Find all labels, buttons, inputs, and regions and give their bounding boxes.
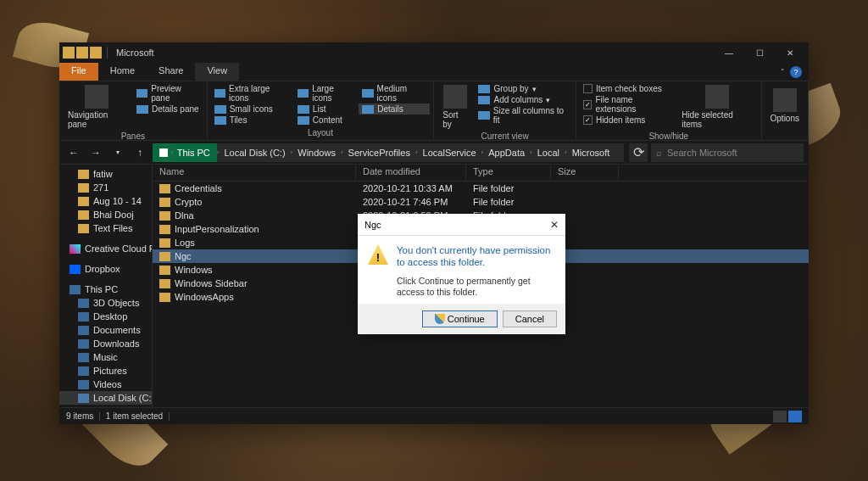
add-columns-button[interactable]: Add columns▾ — [475, 94, 571, 105]
breadcrumb-item[interactable]: Microsoft — [567, 148, 615, 158]
view-mode-thumbs-icon[interactable] — [788, 411, 802, 422]
layout-lg-icons[interactable]: Large icons — [294, 83, 357, 103]
continue-button[interactable]: Continue — [422, 310, 498, 327]
sidebar-item[interactable]: Bhai Dooj — [59, 208, 152, 221]
group-by-button[interactable]: Group by▾ — [475, 83, 571, 94]
back-button[interactable]: ← — [64, 143, 83, 162]
breadcrumb-item[interactable]: Local Disk (C:) — [219, 148, 290, 158]
sidebar-item[interactable]: Pictures — [59, 364, 152, 378]
view-mode-details-icon[interactable] — [773, 411, 787, 422]
layout-list[interactable]: List — [294, 103, 357, 115]
column-header-name[interactable]: Name — [153, 165, 356, 181]
sidebar-item[interactable]: Desktop — [59, 310, 152, 323]
status-selected-count: 1 item selected — [106, 411, 163, 421]
sidebar-dropbox[interactable]: Dropbox — [59, 262, 152, 276]
tab-home[interactable]: Home — [98, 63, 147, 81]
navigation-pane-icon — [85, 85, 108, 109]
tab-share[interactable]: Share — [147, 63, 195, 81]
search-icon: ⌕ — [656, 148, 662, 158]
cancel-button[interactable]: Cancel — [503, 310, 557, 327]
dialog-close-button[interactable]: ✕ — [550, 219, 559, 231]
column-header-type[interactable]: Type — [466, 165, 551, 181]
column-header-date[interactable]: Date modified — [356, 165, 466, 181]
dialog-heading: You don't currently have permission to a… — [397, 244, 555, 269]
folder-icon — [159, 266, 170, 275]
details-pane-button[interactable]: Details pane — [133, 103, 203, 115]
layout-sm-icons[interactable]: Small icons — [211, 103, 292, 115]
folder-icon — [159, 211, 170, 221]
sidebar-item[interactable]: Videos — [59, 378, 152, 391]
layout-md-icons[interactable]: Medium icons — [359, 83, 430, 103]
shield-icon — [435, 314, 445, 324]
quick-access-toolbar — [63, 47, 111, 59]
close-button[interactable]: ✕ — [775, 42, 805, 63]
sidebar-item[interactable]: Music — [59, 350, 152, 364]
breadcrumb-item[interactable]: ServiceProfiles — [343, 148, 415, 158]
qat-icon[interactable] — [90, 47, 102, 59]
folder-icon — [159, 279, 170, 288]
sidebar-item[interactable]: Documents — [59, 323, 152, 337]
item-checkboxes-toggle[interactable]: Item check boxes — [580, 83, 675, 94]
minimize-ribbon-icon[interactable]: ˄ — [781, 68, 785, 76]
hide-icon — [705, 85, 729, 109]
titlebar[interactable]: Microsoft — ☐ ✕ — [59, 42, 809, 63]
hide-selected-button[interactable]: Hide selected items — [676, 83, 757, 131]
minimize-button[interactable]: — — [714, 42, 744, 63]
forward-button[interactable]: → — [86, 143, 105, 162]
hidden-items-toggle[interactable]: Hidden items — [580, 115, 675, 126]
status-bar: 9 items | 1 item selected | — [59, 407, 809, 424]
folder-icon — [159, 252, 170, 261]
file-row[interactable]: Credentials2020-10-21 10:33 AMFile folde… — [153, 182, 809, 195]
folder-icon — [159, 225, 170, 234]
maximize-button[interactable]: ☐ — [744, 42, 775, 63]
recent-button[interactable]: ▾ — [108, 143, 127, 162]
breadcrumb-item[interactable]: Local — [532, 148, 565, 158]
sidebar-creative-cloud[interactable]: Creative Cloud Fil — [59, 242, 152, 255]
search-input[interactable]: ⌕ Search Microsoft — [651, 143, 804, 162]
file-extensions-toggle[interactable]: File name extensions — [580, 94, 675, 115]
tab-view[interactable]: View — [195, 63, 239, 81]
permission-dialog: Ngc ✕ ! You don't currently have permiss… — [358, 214, 565, 334]
navigation-pane-button[interactable]: Navigation pane — [63, 83, 131, 131]
sidebar-item[interactable]: Downloads — [59, 337, 152, 350]
sidebar-item-local-disk[interactable]: Local Disk (C:) — [59, 391, 152, 405]
dialog-title-text: Ngc — [364, 220, 381, 230]
sidebar-item[interactable]: fatiw — [59, 167, 152, 181]
breadcrumb-item[interactable]: LocalService — [418, 148, 481, 158]
sidebar-item[interactable]: Text Files — [59, 221, 152, 235]
layout-xl-icons[interactable]: Extra large icons — [211, 83, 292, 103]
status-item-count: 9 items — [66, 411, 93, 421]
qat-icon[interactable] — [76, 47, 88, 59]
pc-icon — [159, 148, 168, 157]
layout-tiles[interactable]: Tiles — [211, 115, 292, 126]
sidebar-item[interactable]: 3D Objects — [59, 296, 152, 310]
sidebar-item[interactable]: 271 — [59, 181, 152, 194]
folder-icon — [159, 184, 170, 193]
ribbon: Navigation pane Preview pane Details pan… — [59, 81, 809, 141]
breadcrumb-item[interactable]: AppData — [483, 148, 530, 158]
folder-icon — [159, 293, 170, 302]
preview-pane-button[interactable]: Preview pane — [133, 83, 203, 103]
size-columns-button[interactable]: Size all columns to fit — [475, 105, 571, 126]
sidebar-item[interactable]: Aug 10 - 14 — [59, 194, 152, 208]
up-button[interactable]: ↑ — [131, 143, 149, 162]
warning-icon: ! — [368, 244, 388, 265]
tab-file[interactable]: File — [59, 63, 98, 81]
column-header-size[interactable]: Size — [551, 165, 619, 181]
options-button[interactable]: Options — [765, 83, 804, 127]
folder-icon — [63, 47, 75, 59]
ribbon-tabs: File Home Share View ˄ ? — [59, 63, 809, 81]
window-title: Microsoft — [116, 48, 154, 58]
sort-by-button[interactable]: Sort by — [437, 83, 473, 131]
sidebar-this-pc[interactable]: This PC — [59, 282, 152, 296]
breadcrumb[interactable]: ›This PC ›Local Disk (C:) ›Windows ›Serv… — [153, 143, 624, 162]
address-bar: ← → ▾ ↑ ›This PC ›Local Disk (C:) ›Windo… — [59, 141, 809, 165]
folder-icon — [159, 198, 170, 207]
breadcrumb-item[interactable]: Windows — [292, 148, 341, 158]
layout-content[interactable]: Content — [294, 115, 357, 126]
refresh-button[interactable]: ⟳ — [629, 143, 648, 162]
dialog-titlebar[interactable]: Ngc ✕ — [358, 214, 565, 236]
help-icon[interactable]: ? — [790, 66, 802, 78]
layout-details[interactable]: Details — [359, 103, 430, 115]
file-row[interactable]: Crypto2020-10-21 7:46 PMFile folder — [153, 195, 809, 209]
